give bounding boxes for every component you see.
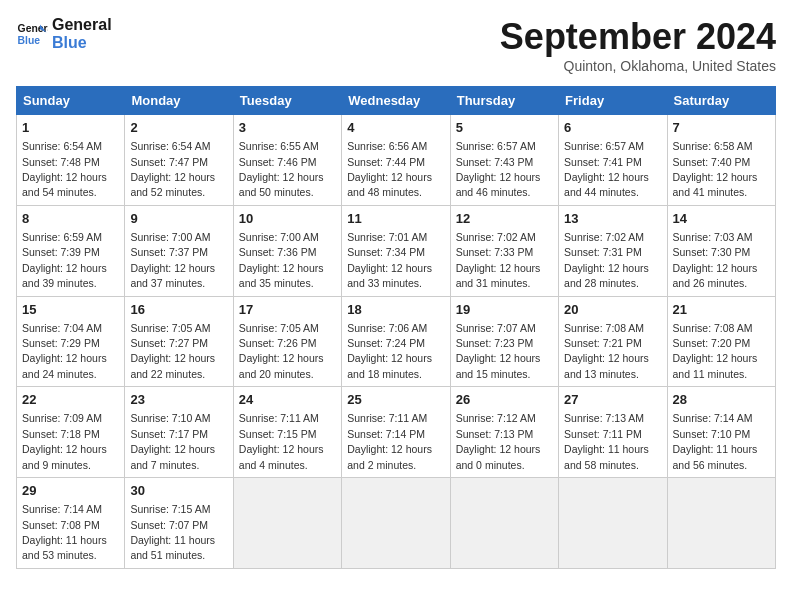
calendar-week-row: 22 Sunrise: 7:09 AMSunset: 7:18 PMDaylig… xyxy=(17,387,776,478)
calendar-day-cell: 23 Sunrise: 7:10 AMSunset: 7:17 PMDaylig… xyxy=(125,387,233,478)
day-number: 17 xyxy=(239,301,336,319)
day-number: 29 xyxy=(22,482,119,500)
day-number: 22 xyxy=(22,391,119,409)
day-number: 28 xyxy=(673,391,770,409)
calendar-day-cell: 14 Sunrise: 7:03 AMSunset: 7:30 PMDaylig… xyxy=(667,205,775,296)
weekday-header: Wednesday xyxy=(342,87,450,115)
day-info: Sunrise: 6:57 AMSunset: 7:43 PMDaylight:… xyxy=(456,140,541,198)
day-number: 3 xyxy=(239,119,336,137)
day-info: Sunrise: 7:11 AMSunset: 7:15 PMDaylight:… xyxy=(239,412,324,470)
calendar-day-cell: 12 Sunrise: 7:02 AMSunset: 7:33 PMDaylig… xyxy=(450,205,558,296)
calendar-day-cell: 18 Sunrise: 7:06 AMSunset: 7:24 PMDaylig… xyxy=(342,296,450,387)
calendar-day-cell: 20 Sunrise: 7:08 AMSunset: 7:21 PMDaylig… xyxy=(559,296,667,387)
day-info: Sunrise: 6:58 AMSunset: 7:40 PMDaylight:… xyxy=(673,140,758,198)
day-number: 1 xyxy=(22,119,119,137)
calendar-day-cell: 29 Sunrise: 7:14 AMSunset: 7:08 PMDaylig… xyxy=(17,478,125,569)
day-number: 6 xyxy=(564,119,661,137)
day-info: Sunrise: 7:04 AMSunset: 7:29 PMDaylight:… xyxy=(22,322,107,380)
calendar-day-cell xyxy=(342,478,450,569)
day-info: Sunrise: 7:09 AMSunset: 7:18 PMDaylight:… xyxy=(22,412,107,470)
day-info: Sunrise: 7:10 AMSunset: 7:17 PMDaylight:… xyxy=(130,412,215,470)
day-number: 15 xyxy=(22,301,119,319)
day-number: 10 xyxy=(239,210,336,228)
location: Quinton, Oklahoma, United States xyxy=(500,58,776,74)
day-info: Sunrise: 7:01 AMSunset: 7:34 PMDaylight:… xyxy=(347,231,432,289)
calendar-day-cell xyxy=(667,478,775,569)
logo-general: General xyxy=(52,16,112,34)
day-info: Sunrise: 7:15 AMSunset: 7:07 PMDaylight:… xyxy=(130,503,215,561)
day-number: 12 xyxy=(456,210,553,228)
calendar-week-row: 15 Sunrise: 7:04 AMSunset: 7:29 PMDaylig… xyxy=(17,296,776,387)
day-info: Sunrise: 7:14 AMSunset: 7:08 PMDaylight:… xyxy=(22,503,107,561)
calendar-day-cell: 21 Sunrise: 7:08 AMSunset: 7:20 PMDaylig… xyxy=(667,296,775,387)
logo: General Blue General Blue xyxy=(16,16,112,51)
calendar-day-cell: 25 Sunrise: 7:11 AMSunset: 7:14 PMDaylig… xyxy=(342,387,450,478)
day-number: 14 xyxy=(673,210,770,228)
day-number: 25 xyxy=(347,391,444,409)
day-number: 5 xyxy=(456,119,553,137)
day-number: 18 xyxy=(347,301,444,319)
calendar-week-row: 29 Sunrise: 7:14 AMSunset: 7:08 PMDaylig… xyxy=(17,478,776,569)
svg-text:Blue: Blue xyxy=(18,34,41,45)
day-info: Sunrise: 7:13 AMSunset: 7:11 PMDaylight:… xyxy=(564,412,649,470)
calendar-day-cell: 3 Sunrise: 6:55 AMSunset: 7:46 PMDayligh… xyxy=(233,115,341,206)
day-number: 19 xyxy=(456,301,553,319)
day-info: Sunrise: 6:57 AMSunset: 7:41 PMDaylight:… xyxy=(564,140,649,198)
calendar-header-row: SundayMondayTuesdayWednesdayThursdayFrid… xyxy=(17,87,776,115)
calendar-day-cell: 16 Sunrise: 7:05 AMSunset: 7:27 PMDaylig… xyxy=(125,296,233,387)
weekday-header: Saturday xyxy=(667,87,775,115)
logo-icon: General Blue xyxy=(16,18,48,50)
weekday-header: Tuesday xyxy=(233,87,341,115)
day-info: Sunrise: 7:11 AMSunset: 7:14 PMDaylight:… xyxy=(347,412,432,470)
day-info: Sunrise: 7:02 AMSunset: 7:31 PMDaylight:… xyxy=(564,231,649,289)
day-number: 11 xyxy=(347,210,444,228)
calendar-day-cell: 11 Sunrise: 7:01 AMSunset: 7:34 PMDaylig… xyxy=(342,205,450,296)
day-number: 24 xyxy=(239,391,336,409)
month-title: September 2024 xyxy=(500,16,776,58)
calendar-day-cell: 24 Sunrise: 7:11 AMSunset: 7:15 PMDaylig… xyxy=(233,387,341,478)
calendar-day-cell: 6 Sunrise: 6:57 AMSunset: 7:41 PMDayligh… xyxy=(559,115,667,206)
weekday-header: Monday xyxy=(125,87,233,115)
calendar-day-cell: 1 Sunrise: 6:54 AMSunset: 7:48 PMDayligh… xyxy=(17,115,125,206)
calendar-week-row: 1 Sunrise: 6:54 AMSunset: 7:48 PMDayligh… xyxy=(17,115,776,206)
day-number: 16 xyxy=(130,301,227,319)
calendar-day-cell xyxy=(233,478,341,569)
day-info: Sunrise: 7:12 AMSunset: 7:13 PMDaylight:… xyxy=(456,412,541,470)
day-number: 2 xyxy=(130,119,227,137)
day-info: Sunrise: 7:07 AMSunset: 7:23 PMDaylight:… xyxy=(456,322,541,380)
day-number: 23 xyxy=(130,391,227,409)
calendar-week-row: 8 Sunrise: 6:59 AMSunset: 7:39 PMDayligh… xyxy=(17,205,776,296)
calendar-day-cell: 2 Sunrise: 6:54 AMSunset: 7:47 PMDayligh… xyxy=(125,115,233,206)
day-info: Sunrise: 7:05 AMSunset: 7:26 PMDaylight:… xyxy=(239,322,324,380)
day-number: 9 xyxy=(130,210,227,228)
day-number: 4 xyxy=(347,119,444,137)
calendar-day-cell: 22 Sunrise: 7:09 AMSunset: 7:18 PMDaylig… xyxy=(17,387,125,478)
title-block: September 2024 Quinton, Oklahoma, United… xyxy=(500,16,776,74)
calendar-day-cell: 13 Sunrise: 7:02 AMSunset: 7:31 PMDaylig… xyxy=(559,205,667,296)
day-number: 21 xyxy=(673,301,770,319)
day-info: Sunrise: 6:54 AMSunset: 7:48 PMDaylight:… xyxy=(22,140,107,198)
day-info: Sunrise: 7:14 AMSunset: 7:10 PMDaylight:… xyxy=(673,412,758,470)
day-info: Sunrise: 7:00 AMSunset: 7:36 PMDaylight:… xyxy=(239,231,324,289)
calendar-day-cell: 15 Sunrise: 7:04 AMSunset: 7:29 PMDaylig… xyxy=(17,296,125,387)
day-info: Sunrise: 7:08 AMSunset: 7:21 PMDaylight:… xyxy=(564,322,649,380)
calendar-day-cell: 19 Sunrise: 7:07 AMSunset: 7:23 PMDaylig… xyxy=(450,296,558,387)
day-info: Sunrise: 6:55 AMSunset: 7:46 PMDaylight:… xyxy=(239,140,324,198)
day-number: 20 xyxy=(564,301,661,319)
weekday-header: Thursday xyxy=(450,87,558,115)
calendar-day-cell: 28 Sunrise: 7:14 AMSunset: 7:10 PMDaylig… xyxy=(667,387,775,478)
day-number: 8 xyxy=(22,210,119,228)
day-info: Sunrise: 6:59 AMSunset: 7:39 PMDaylight:… xyxy=(22,231,107,289)
day-info: Sunrise: 7:08 AMSunset: 7:20 PMDaylight:… xyxy=(673,322,758,380)
day-info: Sunrise: 6:56 AMSunset: 7:44 PMDaylight:… xyxy=(347,140,432,198)
weekday-header: Friday xyxy=(559,87,667,115)
calendar-day-cell: 7 Sunrise: 6:58 AMSunset: 7:40 PMDayligh… xyxy=(667,115,775,206)
page-header: General Blue General Blue September 2024… xyxy=(16,16,776,74)
calendar-day-cell: 27 Sunrise: 7:13 AMSunset: 7:11 PMDaylig… xyxy=(559,387,667,478)
weekday-header: Sunday xyxy=(17,87,125,115)
calendar-day-cell: 10 Sunrise: 7:00 AMSunset: 7:36 PMDaylig… xyxy=(233,205,341,296)
calendar-day-cell: 5 Sunrise: 6:57 AMSunset: 7:43 PMDayligh… xyxy=(450,115,558,206)
logo-blue: Blue xyxy=(52,34,112,52)
calendar-day-cell: 8 Sunrise: 6:59 AMSunset: 7:39 PMDayligh… xyxy=(17,205,125,296)
day-info: Sunrise: 7:06 AMSunset: 7:24 PMDaylight:… xyxy=(347,322,432,380)
